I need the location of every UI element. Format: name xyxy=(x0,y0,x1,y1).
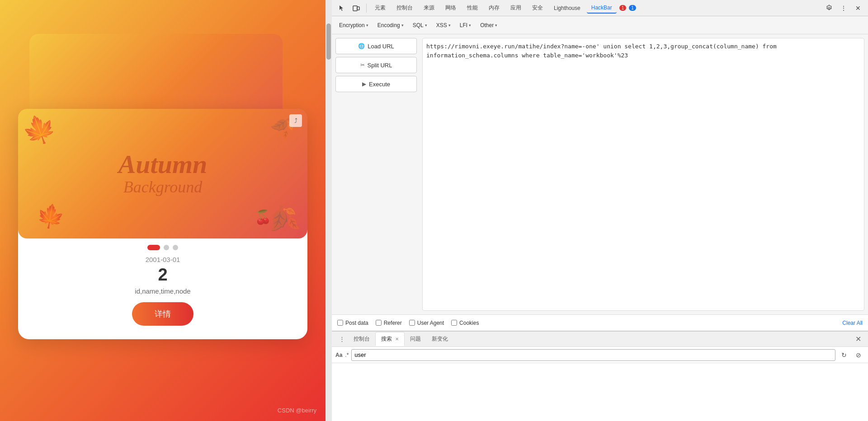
nav-network[interactable]: 网络 xyxy=(441,2,461,14)
detail-button[interactable]: 详情 xyxy=(132,302,193,326)
split-url-label: Split URL xyxy=(368,62,392,69)
referer-input[interactable] xyxy=(376,320,382,326)
main-card: 🍁 🍂 🍁 🍂 🍒 Autumn Background ⤴ 2001-03-01… xyxy=(18,109,307,339)
scrollbar-thumb[interactable] xyxy=(326,23,331,60)
cookies-input[interactable] xyxy=(451,320,457,326)
dot-3[interactable] xyxy=(173,245,178,250)
other-dropdown[interactable]: Other ▾ xyxy=(476,20,501,30)
bottom-menu-icon[interactable]: ⋮ xyxy=(335,333,348,346)
post-data-checkbox[interactable]: Post data xyxy=(337,320,368,326)
nav-memory[interactable]: 内存 xyxy=(484,2,504,14)
cookies-checkbox[interactable]: Cookies xyxy=(451,320,479,326)
post-data-input[interactable] xyxy=(337,320,343,326)
xss-dropdown[interactable]: XSS ▾ xyxy=(433,20,454,30)
card-image-text: Autumn Background xyxy=(118,151,208,196)
more-options-icon[interactable]: ⋮ xyxy=(837,2,850,14)
card-image: 🍁 🍂 🍁 🍂 🍒 Autumn Background ⤴ xyxy=(18,109,307,239)
card-tags: id,name,time,node xyxy=(135,287,190,295)
nav-hackbar[interactable]: HackBar xyxy=(587,3,617,14)
bottom-tab-changes[interactable]: 新变化 xyxy=(426,332,453,346)
other-arrow: ▾ xyxy=(495,23,497,28)
devtools-topbar: 元素 控制台 来源 网络 性能 内存 应用 安全 Lighthouse Hack… xyxy=(332,0,868,16)
clear-all-button[interactable]: Clear All xyxy=(842,320,863,326)
execute-icon: ▶ xyxy=(362,81,366,87)
referer-label: Referer xyxy=(384,320,402,326)
settings-icon[interactable] xyxy=(823,2,835,14)
bottom-tab-issues-label: 问题 xyxy=(410,336,421,342)
post-data-label: Post data xyxy=(345,320,368,326)
bottom-tab-search-label: 搜索 xyxy=(381,336,392,342)
page-scrollbar[interactable] xyxy=(326,0,332,421)
search-regex-label: .* xyxy=(345,352,349,358)
url-textarea[interactable] xyxy=(422,38,864,311)
topbar-divider-1 xyxy=(366,4,367,13)
encryption-label: Encryption xyxy=(339,22,365,28)
execute-button[interactable]: ▶ Execute xyxy=(335,76,417,92)
dot-2[interactable] xyxy=(164,245,169,250)
encoding-dropdown[interactable]: Encoding ▾ xyxy=(374,20,407,30)
nav-performance[interactable]: 性能 xyxy=(462,2,482,14)
xss-arrow: ▾ xyxy=(448,23,451,28)
encryption-dropdown[interactable]: Encryption ▾ xyxy=(335,20,372,30)
nav-security[interactable]: 安全 xyxy=(528,2,547,14)
sql-label: SQL xyxy=(413,22,424,28)
tab-close-icon[interactable]: ✕ xyxy=(395,337,399,341)
search-clear-icon[interactable]: ⊘ xyxy=(853,349,864,361)
bottom-panel: ⋮ 控制台 搜索 ✕ 问题 新变化 ✕ Aa .* ↻ ⊘ xyxy=(332,331,868,421)
execute-label: Execute xyxy=(369,81,390,88)
user-agent-label: User Agent xyxy=(417,320,444,326)
search-input[interactable] xyxy=(351,349,835,361)
nav-lighthouse[interactable]: Lighthouse xyxy=(549,3,585,13)
load-url-button[interactable]: 🌐 Load URL xyxy=(335,38,417,54)
berry-icon: 🍒 xyxy=(255,209,271,225)
svg-rect-1 xyxy=(357,7,359,10)
leaf-icon-tl: 🍁 xyxy=(18,109,61,150)
bottom-content-area xyxy=(332,363,868,421)
load-url-icon: 🌐 xyxy=(358,43,365,49)
dot-active[interactable] xyxy=(147,245,160,250)
autumn-title: Autumn xyxy=(118,151,208,178)
bottom-tab-issues[interactable]: 问题 xyxy=(405,332,426,346)
bottom-tab-console-label: 控制台 xyxy=(354,336,370,342)
user-agent-checkbox[interactable]: User Agent xyxy=(409,320,444,326)
upload-icon[interactable]: ⤴ xyxy=(289,114,302,127)
cookies-label: Cookies xyxy=(459,320,479,326)
user-agent-input[interactable] xyxy=(409,320,415,326)
other-label: Other xyxy=(480,22,494,28)
lfi-dropdown[interactable]: LFI ▾ xyxy=(456,20,475,30)
carousel-dots xyxy=(147,245,178,250)
hackbar-toolbar: Encryption ▾ Encoding ▾ SQL ▾ XSS ▾ LFI … xyxy=(332,16,868,34)
bottom-search-bar: Aa .* ↻ ⊘ xyxy=(332,347,868,363)
referer-checkbox[interactable]: Referer xyxy=(376,320,402,326)
bottom-close-icon[interactable]: ✕ xyxy=(852,333,864,346)
bottom-tab-changes-label: 新变化 xyxy=(432,336,448,342)
leaf-icon-bl: 🍁 xyxy=(34,201,66,232)
lfi-label: LFI xyxy=(460,22,467,28)
nav-application[interactable]: 应用 xyxy=(506,2,526,14)
hackbar-main: 🌐 Load URL ✂ Split URL ▶ Execute xyxy=(332,34,868,331)
hackbar-upper: 🌐 Load URL ✂ Split URL ▶ Execute xyxy=(332,34,868,314)
error-badge: 1 xyxy=(619,5,627,11)
load-url-label: Load URL xyxy=(368,43,394,50)
search-refresh-icon[interactable]: ↻ xyxy=(838,349,850,361)
hackbar-buttons: 🌐 Load URL ✂ Split URL ▶ Execute xyxy=(332,34,422,314)
encoding-arrow: ▾ xyxy=(401,23,404,28)
nav-sources[interactable]: 来源 xyxy=(419,2,439,14)
autumn-subtitle: Background xyxy=(118,178,208,196)
hackbar-checkboxes: Post data Referer User Agent Cookies Cle… xyxy=(332,314,868,331)
split-url-icon: ✂ xyxy=(360,62,365,68)
sql-arrow: ▾ xyxy=(425,23,427,28)
nav-console[interactable]: 控制台 xyxy=(392,2,417,14)
message-badge: 1 xyxy=(629,5,636,11)
bottom-tab-console[interactable]: 控制台 xyxy=(348,332,375,346)
sql-dropdown[interactable]: SQL ▾ xyxy=(409,20,431,30)
split-url-button[interactable]: ✂ Split URL xyxy=(335,57,417,73)
cursor-tool-icon[interactable] xyxy=(335,2,348,14)
device-tool-icon[interactable] xyxy=(350,2,363,14)
svg-rect-0 xyxy=(353,6,357,11)
nav-elements[interactable]: 元素 xyxy=(370,2,390,14)
card-date: 2001-03-01 xyxy=(146,256,180,263)
xss-label: XSS xyxy=(436,22,447,28)
close-devtools-icon[interactable]: ✕ xyxy=(852,2,864,14)
bottom-tab-search[interactable]: 搜索 ✕ xyxy=(375,332,405,346)
